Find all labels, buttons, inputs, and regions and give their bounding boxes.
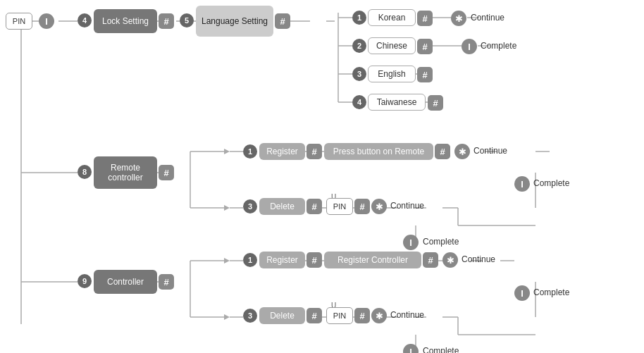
svg-marker-48	[224, 258, 230, 264]
hash-delete-remote: #	[306, 199, 322, 214]
delete-ctrl-box: Delete	[259, 307, 305, 324]
svg-marker-56	[224, 314, 230, 320]
complete-delete-remote: Complete	[423, 237, 459, 247]
hash-taiwanese: #	[428, 95, 443, 111]
num-taiwanese: 4	[352, 95, 366, 109]
num-9: 9	[78, 274, 92, 288]
num-delete-ctrl: 3	[243, 309, 257, 323]
register-ctrl-box: Register	[259, 252, 305, 268]
star-korean: ✱	[451, 11, 466, 26]
delete-remote-box: Delete	[259, 198, 305, 215]
continue-delete-remote: Continue	[390, 201, 424, 211]
svg-marker-24	[224, 149, 230, 154]
i-chinese: I	[462, 39, 477, 54]
complete-chinese: Complete	[481, 41, 516, 51]
num-chinese: 2	[352, 39, 366, 53]
num-5: 5	[180, 13, 194, 27]
continue-korean: Continue	[471, 13, 504, 23]
hash-english: #	[417, 67, 433, 82]
hash-register-remote: #	[306, 144, 322, 159]
remote-controller-box: Remote controller	[94, 156, 157, 189]
star-remote-register: ✱	[454, 144, 470, 159]
register-controller-label-box: Register Controller	[324, 252, 421, 268]
svg-marker-32	[224, 205, 230, 211]
language-setting-box: Language Setting	[196, 6, 273, 37]
pin-box-remote: PIN	[326, 198, 353, 215]
press-button-box: Press button on Remote	[324, 143, 433, 160]
star-delete-remote: ✱	[371, 199, 387, 214]
hash-delete-ctrl: #	[306, 308, 322, 323]
star-delete-ctrl: ✱	[371, 308, 387, 323]
hash-korean: #	[417, 11, 433, 26]
i-complete-delete-ctrl: I	[403, 344, 419, 353]
lock-setting-box: Lock Setting	[94, 9, 157, 33]
hash-language-setting: #	[275, 13, 290, 29]
i-complete-delete-remote: I	[403, 235, 419, 250]
complete-remote: Complete	[533, 178, 569, 188]
controller-box: Controller	[94, 270, 157, 294]
num-register-remote: 1	[243, 144, 257, 159]
i-icon-pin: I	[39, 13, 54, 29]
hash-register-controller: #	[423, 252, 438, 268]
hash-pin-remote: #	[354, 199, 370, 214]
pin-box-ctrl: PIN	[326, 307, 353, 324]
pin-label: PIN	[13, 17, 25, 25]
continue-register-ctrl: Continue	[462, 254, 495, 264]
hash-press-button: #	[435, 144, 450, 159]
num-delete-remote: 3	[243, 199, 257, 213]
hash-controller: #	[159, 274, 174, 290]
i-complete-ctrl: I	[514, 285, 530, 301]
hash-pin-ctrl: #	[354, 308, 370, 323]
korean-box: Korean	[368, 9, 416, 26]
num-korean: 1	[352, 11, 366, 25]
diagram: PIN I 4 Lock Setting # 5 Language Settin…	[0, 0, 644, 353]
star-register-ctrl: ✱	[442, 252, 458, 268]
register-remote-box: Register	[259, 143, 305, 160]
i-complete-remote: I	[514, 176, 530, 192]
continue-delete-ctrl: Continue	[390, 310, 424, 320]
continue-remote-register: Continue	[473, 146, 507, 156]
hash-register-ctrl: #	[306, 252, 322, 268]
num-4: 4	[78, 13, 92, 27]
pin-indicator: PIN	[6, 13, 32, 30]
complete-delete-ctrl: Complete	[423, 346, 459, 353]
hash-lock-setting: #	[159, 13, 174, 29]
hash-chinese: #	[417, 39, 433, 54]
english-box: English	[368, 66, 416, 82]
hash-remote-controller: #	[159, 165, 174, 180]
complete-ctrl: Complete	[533, 287, 569, 297]
chinese-box: Chinese	[368, 37, 416, 54]
taiwanese-box: Taiwanese	[368, 94, 426, 111]
num-8: 8	[78, 165, 92, 179]
num-english: 3	[352, 67, 366, 81]
num-register-ctrl: 1	[243, 253, 257, 267]
